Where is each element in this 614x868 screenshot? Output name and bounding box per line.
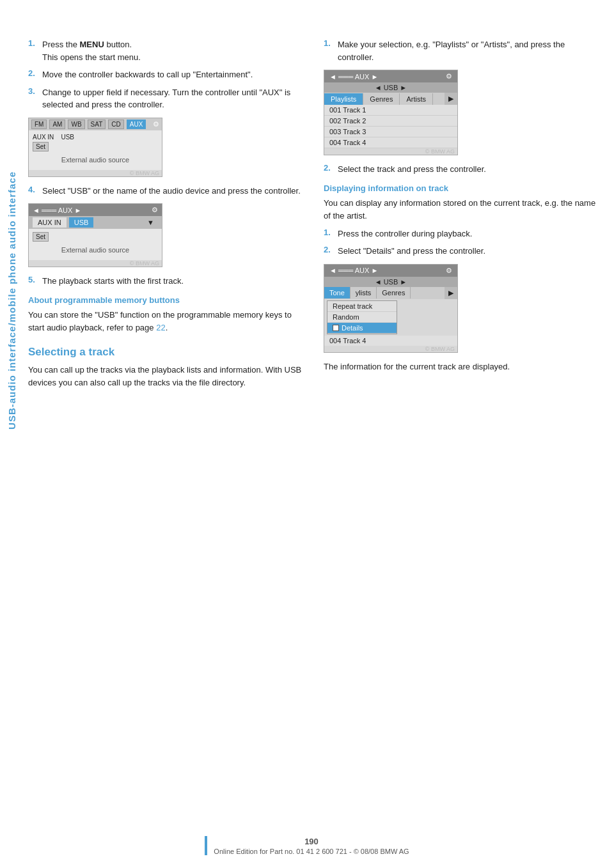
copyright-text: Online Edition for Part no. 01 41 2 600 … [214,848,409,855]
right-column: 1. Make your selection, e.g. "Playlists"… [324,38,599,394]
step-1: 1. Press the MENU button.This opens the … [28,38,303,63]
playlist-screen: ◄ ═══ AUX ► ⚙ ◄ USB ► Playlists Genres A… [324,70,458,155]
details-menu: Repeat track Random Details [327,300,397,334]
details-tab-genres: Genres [377,287,411,298]
step-5-text: The playback starts with the first track… [42,275,184,288]
screen1-gear: ⚙ [153,120,159,128]
step-4: 4. Select "USB" or the name of the audio… [28,185,303,198]
playlist-items: 001 Track 1 002 Track 2 003 Track 3 004 … [324,105,457,148]
playlist-tab-artists: Artists [400,93,433,105]
step-2: 2. Move the controller backwards to call… [28,68,303,81]
display-text: You can display any information stored o… [324,197,599,222]
display-step-2-text: Select "Details" and press the controlle… [338,245,485,258]
playlist-tab-playlists: Playlists [324,93,363,105]
details-menu-details: Details [327,323,397,334]
details-menu-repeat: Repeat track [327,301,397,312]
screen2-set: Set [33,232,49,242]
right-step-1-num: 1. [324,38,334,63]
right-step-2: 2. Select the track and press the contro… [324,163,599,176]
screen2-set-row: Set [33,231,158,242]
step-4-text: Select "USB" or the name of the audio de… [42,185,301,198]
step-4-num: 4. [28,185,38,198]
screen1-watermark: © BMW AG [29,170,162,176]
playlist-item-2: 002 Track 2 [324,116,457,127]
details-checkbox [333,325,339,331]
playlist-arrow: ▶ [445,93,457,105]
step-5: 5. The playback starts with the first tr… [28,275,303,288]
screen2-header-left: ◄ ═══ AUX ► [33,206,81,214]
screen-mockup-1: FM AM WB SAT CD AUX ⚙ AUX IN USB Set Ext… [28,118,162,177]
playlist-item-4: 004 Track 4 [324,137,457,148]
playlist-usb-label: ◄ USB ► [375,84,407,91]
step-2-num: 2. [28,68,38,81]
step-2-text: Move the controller backwards to call up… [42,68,253,81]
playlist-header: ◄ ═══ AUX ► ⚙ [324,70,457,82]
screen1-set-row: Set [33,141,158,152]
details-header-left: ◄ ═══ AUX ► [329,267,378,274]
details-track: 004 Track 4 [324,336,457,346]
playlist-item-3: 003 Track 3 [324,127,457,137]
playlist-tabs: Playlists Genres Artists ▶ [324,93,457,105]
details-tabs: Tone ylists Genres ▶ [324,287,457,299]
display-end-text: The information for the current track ar… [324,360,599,373]
screen2-watermark: © BMW AG [29,260,162,267]
screen2-ext: External audio source [33,242,158,258]
right-step-1: 1. Make your selection, e.g. "Playlists"… [324,38,599,63]
screen1-fm-row: FM AM WB SAT CD AUX ⚙ [29,118,162,130]
step-3-text: Change to upper field if necessary. Turn… [42,86,303,111]
playlist-header-left: ◄ ═══ AUX ► [329,73,378,81]
selecting-text: You can call up the tracks via the playb… [28,364,303,389]
screen1-auxin-row: AUX IN USB [33,133,158,141]
screen1-am: AM [49,120,65,129]
footer: 190 Online Edition for Part no. 01 41 2 … [0,836,614,855]
screen-mockup-2: ◄ ═══ AUX ► ⚙ AUX IN USB ▼ Set External … [28,203,162,267]
details-header: ◄ ═══ AUX ► ⚙ [324,265,457,277]
details-tab-ylists: ylists [350,287,377,298]
right-step-2-text: Select the track and press the controlle… [338,163,486,176]
left-column: 1. Press the MENU button.This opens the … [28,38,303,394]
step-3: 3. Change to upper field if necessary. T… [28,86,303,111]
screen2-arrow: ▼ [143,217,158,228]
display-step-1-num: 1. [324,228,334,240]
right-step-1-text: Make your selection, e.g. "Playlists" or… [338,38,599,63]
screen1-aux: AUX [127,120,146,129]
display-heading: Displaying information on track [324,183,599,193]
display-step-1-text: Press the controller during playback. [338,228,472,240]
playlist-subheader: ◄ USB ► [324,82,457,93]
screen2-tab-usb: USB [69,217,94,228]
display-step-2-num: 2. [324,245,334,258]
screen2-header-gear: ⚙ [152,206,158,214]
playlist-item-1: 001 Track 1 [324,105,457,116]
screen1-sat: SAT [88,120,106,129]
playlist-watermark: © BMW AG [324,148,457,155]
screen2-tab-auxin: AUX IN [33,217,67,228]
details-header-gear: ⚙ [446,267,452,275]
playlist-header-gear: ⚙ [446,72,452,81]
screen1-ext: External audio source [33,152,158,167]
details-arrow: ▶ [445,287,457,299]
details-usb-label: ◄ USB ► [375,278,407,286]
right-step-2-num: 2. [324,163,334,176]
details-screen: ◄ ═══ AUX ► ⚙ ◄ USB ► Tone ylists Genres… [324,264,458,353]
display-step-2: 2. Select "Details" and press the contro… [324,245,599,258]
playlist-tab-genres: Genres [363,93,400,105]
screen1-cd: CD [108,120,123,129]
display-step-1: 1. Press the controller during playback. [324,228,599,240]
details-body: Repeat track Random Details [324,299,457,336]
page-number: 190 [214,837,409,846]
details-tab-tone: Tone [324,287,350,298]
selecting-heading: Selecting a track [28,346,303,359]
footer-text: 190 Online Edition for Part no. 01 41 2 … [214,837,409,855]
screen2-tabs: AUX IN USB ▼ [29,216,162,229]
details-menu-random: Random [327,312,397,323]
step-1-num: 1. [28,38,38,63]
footer-bar [205,836,207,855]
step-3-num: 3. [28,86,38,111]
sidebar-label: USB-audio interface/mobile phone audio i… [0,77,23,524]
details-subheader: ◄ USB ► [324,277,457,287]
step-1-text: Press the MENU button.This opens the sta… [42,38,141,63]
about-page-link[interactable]: 22 [156,323,165,332]
details-watermark: © BMW AG [324,346,457,352]
about-text: You can store the "USB" function on the … [28,309,303,334]
screen1-auxin-usb: AUX IN USB [33,134,74,141]
